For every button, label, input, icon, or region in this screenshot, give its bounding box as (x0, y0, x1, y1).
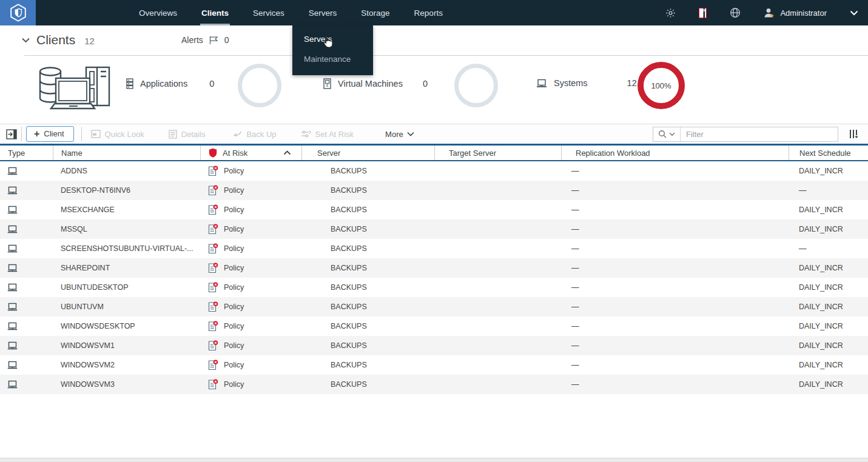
column-header-next-schedule[interactable]: Next Schedule (789, 146, 868, 160)
next-schedule-value: DAILY_INCR (789, 225, 868, 233)
shield-hexagon-icon (8, 2, 29, 23)
toolbar-separator (81, 127, 82, 141)
policy-at-risk-icon (207, 185, 218, 196)
user-menu[interactable]: Administrator (764, 8, 827, 18)
nav-item-reports[interactable]: Reports (413, 0, 444, 25)
table-row[interactable]: UBUNTUVM Policy BACKUPS — DAILY_INCR (0, 297, 868, 316)
table-row[interactable]: UBUNTUDESKTOP Policy BACKUPS — DAILY_INC… (0, 278, 868, 297)
next-schedule-value: DAILY_INCR (789, 361, 868, 369)
help-book-icon[interactable] (699, 8, 707, 18)
table-row[interactable]: WINDOWSVM1 Policy BACKUPS — DAILY_INCR (0, 336, 868, 355)
table-row[interactable]: MSEXCHANGE Policy BACKUPS — DAILY_INCR (0, 200, 868, 219)
next-schedule-value: DAILY_INCR (789, 303, 868, 311)
next-schedule-value: DAILY_INCR (789, 341, 868, 350)
navbar-utilities: Administrator (665, 0, 868, 25)
virtual-machine-icon (323, 78, 331, 89)
column-settings-button[interactable] (849, 129, 860, 139)
horizontal-scrollbar-track[interactable] (0, 458, 868, 462)
nav-item-overviews[interactable]: Overviews (138, 0, 178, 25)
filter-input[interactable] (681, 130, 838, 139)
table-row[interactable]: SCREENSHOTSUBUNTU-VIRTUAL-... Policy BAC… (0, 239, 868, 258)
client-name: UBUNTUVM (53, 303, 200, 311)
replication-workload-value: — (561, 283, 789, 292)
add-client-button[interactable]: + Client (26, 126, 74, 142)
column-header-type[interactable]: Type (0, 146, 53, 160)
set-at-risk-sliders-icon (301, 130, 311, 138)
tile-applications[interactable]: Applications 0 (126, 78, 214, 89)
server-value: BACKUPS (301, 303, 434, 311)
user-menu-chevron-icon[interactable] (850, 10, 858, 16)
table-body: ADDNS Policy BACKUPS — DAILY_INCR (0, 161, 868, 394)
page-header: Clients 12 Alerts 0 (0, 25, 868, 56)
column-header-at-risk[interactable]: At Risk (200, 146, 301, 160)
column-header-target-server[interactable]: Target Server (434, 146, 561, 160)
policy-at-risk-icon (207, 301, 218, 312)
panel-expand-icon (6, 129, 17, 139)
system-laptop-icon (7, 322, 18, 330)
next-schedule-value: DAILY_INCR (789, 264, 868, 272)
nav-item-servers[interactable]: Servers (308, 0, 338, 25)
globe-language-icon[interactable] (730, 7, 741, 18)
client-name: DESKTOP-NT6INV6 (53, 186, 200, 195)
menu-item-servers[interactable]: Servers (292, 29, 373, 49)
name-column-label: Name (61, 149, 82, 158)
filter-box (653, 127, 838, 142)
column-header-replication-workload[interactable]: Replication Workload (561, 146, 789, 160)
policy-at-risk-icon (207, 263, 218, 273)
alerts-summary[interactable]: Alerts 0 (181, 35, 229, 45)
applications-stack-icon (126, 78, 133, 89)
open-panel-button[interactable] (6, 129, 17, 139)
system-laptop-icon (7, 186, 18, 195)
settings-gear-icon[interactable] (665, 8, 676, 18)
toolbar-separator (21, 127, 22, 141)
menu-item-maintenance[interactable]: Maintenance (292, 49, 373, 69)
collapse-chevron-icon[interactable] (22, 38, 30, 43)
details-button[interactable]: Details (169, 130, 206, 139)
next-schedule-value: DAILY_INCR (789, 206, 868, 214)
type-column-label: Type (8, 149, 25, 158)
client-name: WINDOWSDESKTOP (53, 322, 200, 330)
column-header-name[interactable]: Name (53, 146, 200, 160)
at-risk-column-label: At Risk (223, 149, 247, 158)
table-row[interactable]: SHAREPOINT Policy BACKUPS — DAILY_INCR (0, 258, 868, 278)
nav-item-storage[interactable]: Storage (360, 0, 391, 25)
back-up-button[interactable]: Back Up (232, 130, 276, 139)
more-menu-button[interactable]: More (385, 130, 414, 139)
alerts-label: Alerts (181, 35, 203, 45)
policy-at-risk-icon (207, 204, 218, 215)
client-name: MSEXCHANGE (53, 206, 200, 214)
quick-look-icon (91, 130, 101, 138)
client-name: WINDOWSVM1 (53, 341, 200, 350)
tile-virtual-machines[interactable]: Virtual Machines 0 (323, 78, 428, 89)
brand-logo[interactable] (0, 0, 36, 25)
nav-item-services[interactable]: Services (252, 0, 286, 25)
policy-at-risk-icon (207, 243, 218, 254)
table-row[interactable]: DESKTOP-NT6INV6 Policy BACKUPS — — (0, 181, 868, 200)
system-laptop-icon (7, 225, 18, 233)
policy-at-risk-icon (207, 360, 218, 370)
applications-count: 0 (209, 79, 214, 89)
applications-ring (238, 64, 281, 107)
policy-at-risk-icon (207, 379, 218, 390)
client-name: ADDNS (53, 167, 200, 175)
system-laptop-icon (7, 341, 18, 350)
replication-workload-value: — (561, 341, 789, 350)
set-at-risk-button[interactable]: Set At Risk (301, 130, 354, 139)
table-row[interactable]: WINDOWSVM2 Policy BACKUPS — DAILY_INCR (0, 355, 868, 375)
policy-at-risk-icon (207, 224, 218, 235)
table-toolbar: + Client Quick Look Details Back Up (0, 124, 868, 144)
table-row[interactable]: ADDNS Policy BACKUPS — DAILY_INCR (0, 161, 868, 181)
table-row[interactable]: MSSQL Policy BACKUPS — DAILY_INCR (0, 219, 868, 239)
next-schedule-value: DAILY_INCR (789, 380, 868, 389)
tile-systems[interactable]: Systems 12 (536, 78, 637, 88)
table-row[interactable]: WINDOWSDESKTOP Policy BACKUPS — DAILY_IN… (0, 316, 868, 336)
table-row[interactable]: WINDOWSVM3 Policy BACKUPS — DAILY_INCR (0, 375, 868, 394)
virtual-machines-count: 0 (423, 79, 428, 89)
nav-item-clients[interactable]: Clients (200, 0, 230, 25)
policy-at-risk-icon (207, 282, 218, 293)
filter-scope-selector[interactable] (653, 127, 681, 141)
at-risk-value: Policy (224, 186, 244, 195)
column-header-server[interactable]: Server (301, 146, 434, 160)
quick-look-button[interactable]: Quick Look (91, 130, 144, 139)
server-value: BACKUPS (301, 361, 434, 369)
